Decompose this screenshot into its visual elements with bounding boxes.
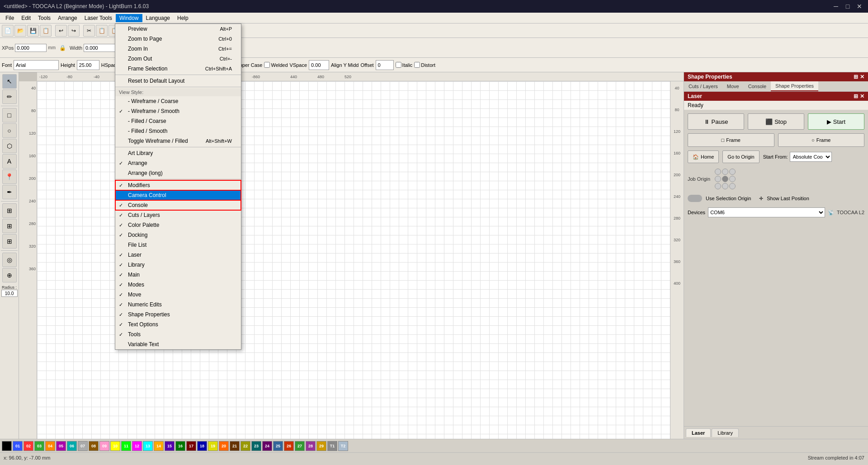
window-menu-overlay[interactable]: PreviewAlt+PZoom to PageCtrl+0Zoom InCtr… <box>0 0 868 465</box>
dd-item-preview[interactable]: PreviewAlt+P <box>115 24 241 34</box>
dd-item-shortcut: Ctrl+= <box>218 46 232 52</box>
dd-item-label: Zoom Out <box>128 56 152 62</box>
dd-item-label: Arrange <box>128 160 147 166</box>
dd-item-label: Shape Properties <box>128 311 170 318</box>
dd-item-shortcut: Ctrl+0 <box>218 36 232 42</box>
dd-item-arrange[interactable]: Arrange <box>115 158 241 168</box>
dd-item-frame-selection[interactable]: Frame SelectionCtrl+Shift+A <box>115 64 241 74</box>
dd-item-label: Library <box>128 262 145 268</box>
dd-separator-11 <box>115 147 241 147</box>
dd-item-label: Variable Text <box>128 341 159 348</box>
dd-separator-5 <box>115 87 241 87</box>
dd-item-label: Main <box>128 272 140 278</box>
dd-item-label: Move <box>128 291 141 298</box>
dd-item-label: Cuts / Layers <box>128 212 160 218</box>
dd-item-toggle-wireframe-/-filled[interactable]: Toggle Wireframe / FilledAlt+Shift+W <box>115 136 241 146</box>
dd-item-tools[interactable]: Tools <box>115 329 241 339</box>
dd-item-variable-text[interactable]: Variable Text <box>115 339 241 349</box>
dd-item-label: - Wireframe / Coarse <box>128 98 178 104</box>
dd-item-label: Tools <box>128 331 141 338</box>
dd-item-label: Art Library <box>128 150 153 156</box>
dd-item-zoom-in[interactable]: Zoom InCtrl+= <box>115 44 241 54</box>
dd-item-label: File List <box>128 242 146 248</box>
dd-item-label: Frame Selection <box>128 66 167 72</box>
dd-item-numeric-edits[interactable]: Numeric Edits <box>115 300 241 310</box>
dd-item---filled-/-coarse[interactable]: - Filled / Coarse <box>115 116 241 126</box>
dd-item-label: Modifiers <box>128 182 150 188</box>
dd-item-label: Text Options <box>128 321 158 328</box>
dd-item-label: Camera Control <box>128 192 166 198</box>
dd-item-arrange-(long)[interactable]: Arrange (long) <box>115 168 241 178</box>
dd-item---wireframe-/-coarse[interactable]: - Wireframe / Coarse <box>115 96 241 106</box>
dd-item-label: Zoom to Page <box>128 36 162 42</box>
dd-item-art-library[interactable]: Art Library <box>115 148 241 158</box>
dd-item-label: Numeric Edits <box>128 301 162 308</box>
dd-item-reset-to-default-layout[interactable]: Reset to Default Layout <box>115 76 241 86</box>
dd-item-laser[interactable]: Laser <box>115 250 241 260</box>
dd-item-label: - Filled / Coarse <box>128 118 166 124</box>
dd-item-label: Preview <box>128 26 147 32</box>
dd-item-label: Console <box>128 202 148 208</box>
dd-separator-4 <box>115 75 241 75</box>
dd-item-docking[interactable]: Docking <box>115 230 241 240</box>
dd-item-label: Arrange (long) <box>128 170 163 176</box>
dd-item-label: Color Palette <box>128 222 159 228</box>
dd-item-shortcut: Ctrl+Shift+A <box>205 66 232 71</box>
dd-item-move[interactable]: Move <box>115 290 241 300</box>
dd-item-label: Zoom In <box>128 46 148 52</box>
dd-item-shortcut: Ctrl+- <box>220 56 232 61</box>
dd-item-label: - Filled / Smooth <box>128 128 167 134</box>
dd-item-label: Reset to Default Layout <box>128 78 184 84</box>
dd-item-label: Docking <box>128 232 147 238</box>
dd-item---wireframe-/-smooth[interactable]: - Wireframe / Smooth <box>115 106 241 116</box>
dd-item-zoom-to-page[interactable]: Zoom to PageCtrl+0 <box>115 34 241 44</box>
dd-separator-14 <box>115 179 241 179</box>
dd-section-6: View Style: <box>115 88 241 96</box>
dd-item---filled-/-smooth[interactable]: - Filled / Smooth <box>115 126 241 136</box>
dd-item-label: - Wireframe / Smooth <box>128 108 179 114</box>
dd-item-main[interactable]: Main <box>115 270 241 280</box>
dd-item-color-palette[interactable]: Color Palette <box>115 220 241 230</box>
dd-item-file-list[interactable]: File List <box>115 240 241 250</box>
dd-item-shape-properties[interactable]: Shape Properties <box>115 310 241 319</box>
dd-item-modes[interactable]: Modes <box>115 280 241 290</box>
dd-item-camera-control[interactable]: Camera Control <box>115 190 241 200</box>
dd-item-library[interactable]: Library <box>115 260 241 270</box>
dd-item-modifiers[interactable]: Modifiers <box>115 180 241 190</box>
dd-item-shortcut: Alt+Shift+W <box>206 138 232 144</box>
window-dropdown: PreviewAlt+PZoom to PageCtrl+0Zoom InCtr… <box>115 23 241 350</box>
dd-item-text-options[interactable]: Text Options <box>115 319 241 329</box>
dd-item-label: Modes <box>128 282 144 288</box>
dd-item-shortcut: Alt+P <box>220 26 232 32</box>
dd-item-label: Toggle Wireframe / Filled <box>128 138 188 144</box>
dd-item-console[interactable]: Console <box>115 200 241 210</box>
dd-item-zoom-out[interactable]: Zoom OutCtrl+- <box>115 54 241 64</box>
dd-item-label: Laser <box>128 252 142 258</box>
dd-item-cuts-/-layers[interactable]: Cuts / Layers <box>115 210 241 220</box>
